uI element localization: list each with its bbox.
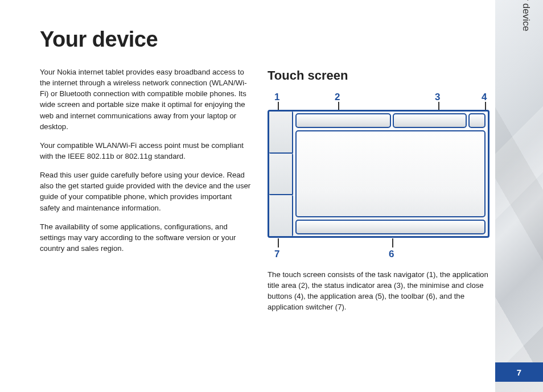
application-area bbox=[295, 130, 486, 217]
manual-page: Your device Your Nokia internet tablet p… bbox=[0, 0, 495, 392]
body-columns: Your Nokia internet tablet provides easy… bbox=[40, 67, 489, 320]
touchscreen-heading: Touch screen bbox=[268, 67, 489, 85]
availability-paragraph: The availability of some applications, c… bbox=[40, 221, 252, 254]
device-right-pane bbox=[293, 112, 488, 236]
diagram-tick bbox=[278, 238, 279, 247]
intro-paragraph: Your Nokia internet tablet provides easy… bbox=[40, 67, 252, 132]
task-navigator bbox=[269, 112, 293, 236]
diagram-label-3: 3 bbox=[435, 90, 440, 105]
column-right: Touch screen 1 2 3 4 5 7 6 bbox=[268, 67, 489, 320]
minimise-close-buttons bbox=[468, 113, 486, 128]
page-number: 7 bbox=[495, 362, 543, 382]
task-navigator-cell bbox=[269, 154, 293, 196]
diagram-tick bbox=[438, 102, 439, 110]
toolbar-area bbox=[295, 220, 486, 234]
diagram-tick bbox=[392, 238, 393, 247]
column-left: Your Nokia internet tablet provides easy… bbox=[40, 67, 252, 320]
diagram-label-1: 1 bbox=[274, 90, 279, 105]
status-indicator-area bbox=[393, 113, 467, 128]
diagram-tick bbox=[485, 102, 486, 110]
page-title: Your device bbox=[40, 27, 489, 52]
wifi-paragraph: Your compatible WLAN/Wi-Fi access point … bbox=[40, 140, 252, 162]
application-title-area bbox=[295, 113, 391, 128]
device-topbar bbox=[295, 113, 486, 128]
application-switcher bbox=[269, 195, 293, 236]
touchscreen-diagram: 1 2 3 4 5 7 6 bbox=[268, 90, 489, 261]
guide-paragraph: Read this user guide carefully before us… bbox=[40, 170, 252, 213]
diagram-tick bbox=[278, 102, 279, 110]
task-navigator-cell bbox=[269, 112, 293, 154]
diagram-label-4: 4 bbox=[482, 90, 487, 105]
diagram-label-2: 2 bbox=[335, 90, 340, 105]
side-section-title: Your device bbox=[520, 0, 532, 31]
touchscreen-caption: The touch screen consists of the task na… bbox=[268, 269, 489, 313]
diagram-tick bbox=[338, 102, 339, 110]
side-margin: Your device 7 bbox=[495, 0, 543, 392]
device-frame bbox=[268, 110, 489, 238]
diagram-label-7: 7 bbox=[274, 247, 279, 262]
diagram-label-6: 6 bbox=[389, 247, 394, 262]
